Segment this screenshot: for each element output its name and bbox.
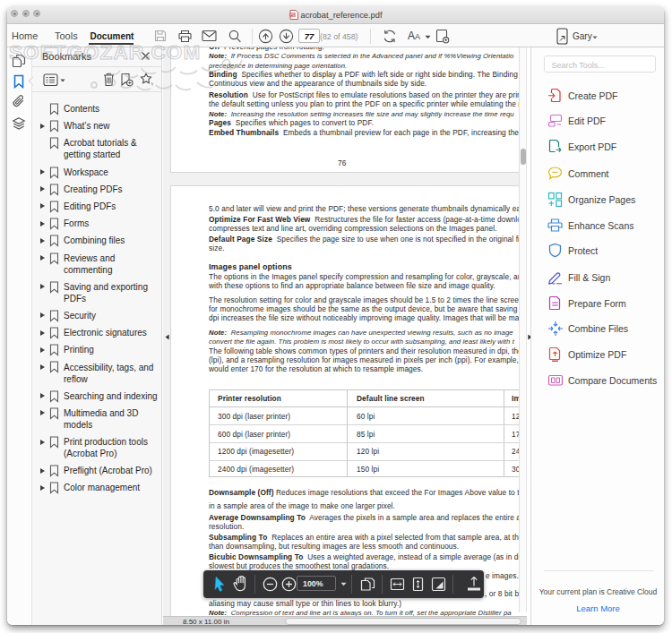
svg-text:PDF: PDF: [290, 13, 297, 17]
